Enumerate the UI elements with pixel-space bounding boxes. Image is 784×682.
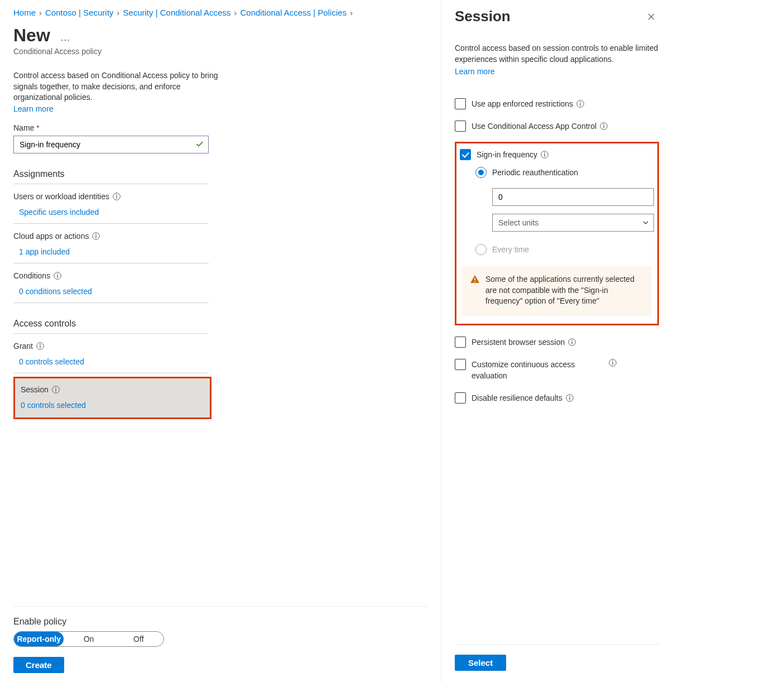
periodic-label: Periodic reauthentication: [492, 168, 578, 177]
warning-icon: [470, 274, 480, 307]
intro-text: Control access based on Conditional Acce…: [13, 70, 220, 103]
session-item[interactable]: Session 0 controls selected: [13, 377, 211, 419]
users-value[interactable]: Specific users included: [13, 208, 209, 217]
breadcrumb-security[interactable]: Security | Conditional Access: [123, 8, 230, 17]
info-icon[interactable]: [609, 359, 617, 367]
svg-rect-14: [55, 389, 56, 392]
learn-more-link[interactable]: Learn more: [13, 104, 427, 113]
svg-rect-24: [474, 278, 475, 281]
apps-label: Cloud apps or actions: [13, 232, 89, 241]
svg-point-1: [116, 194, 117, 195]
svg-rect-34: [569, 397, 570, 400]
users-label: Users or workload identities: [13, 192, 109, 201]
svg-rect-28: [572, 342, 573, 344]
resilience-checkbox[interactable]: [455, 392, 466, 404]
access-controls-heading: Access controls: [13, 319, 209, 334]
close-icon[interactable]: [643, 12, 659, 22]
grant-value[interactable]: 0 controls selected: [13, 357, 209, 366]
breadcrumb-home[interactable]: Home: [13, 8, 36, 17]
info-icon[interactable]: [36, 342, 44, 350]
svg-rect-23: [544, 154, 545, 157]
info-icon[interactable]: [52, 386, 60, 393]
persistent-browser-label: Persistent browser session: [472, 337, 565, 348]
every-time-label: Every time: [492, 245, 529, 254]
conditions-label: Conditions: [13, 271, 50, 280]
app-enforced-label: Use app enforced restrictions: [472, 98, 573, 109]
cae-label: Customize continuous access evaluation: [472, 359, 605, 381]
every-time-radio[interactable]: [475, 244, 487, 255]
svg-point-30: [612, 361, 613, 362]
svg-point-7: [57, 273, 58, 275]
page-subtitle: Conditional Access policy: [13, 47, 427, 56]
info-icon[interactable]: [568, 338, 576, 346]
svg-point-27: [571, 340, 573, 341]
svg-point-4: [96, 234, 97, 235]
panel-title: Session: [455, 8, 511, 25]
panel-intro: Control access based on session controls…: [455, 43, 659, 65]
panel-learn-more-link[interactable]: Learn more: [455, 67, 659, 76]
apps-value[interactable]: 1 app included: [13, 247, 209, 256]
svg-point-16: [580, 102, 581, 103]
info-icon[interactable]: [576, 100, 584, 108]
enable-report-only[interactable]: Report-only: [14, 632, 64, 646]
svg-rect-11: [40, 345, 40, 348]
info-icon[interactable]: [54, 272, 61, 280]
signin-frequency-section: Sign-in frequency Periodic reauthenticat…: [455, 142, 659, 325]
grant-label: Grant: [13, 342, 33, 350]
cae-checkbox[interactable]: [455, 359, 466, 370]
persistent-browser-checkbox[interactable]: [455, 337, 466, 348]
apps-item[interactable]: Cloud apps or actions 1 app included: [13, 224, 209, 263]
svg-rect-5: [96, 236, 97, 238]
chevron-right-icon: ›: [117, 8, 119, 17]
frequency-value-input[interactable]: [492, 188, 654, 206]
svg-point-33: [569, 396, 570, 397]
page-title: New: [13, 25, 50, 46]
enable-policy-label: Enable policy: [13, 617, 427, 627]
signin-frequency-label: Sign-in frequency: [477, 149, 537, 160]
enable-off[interactable]: Off: [114, 632, 163, 646]
ca-app-control-checkbox[interactable]: [455, 121, 466, 132]
conditions-item[interactable]: Conditions 0 conditions selected: [13, 263, 209, 303]
info-icon[interactable]: [600, 122, 608, 130]
name-label: Name *: [13, 123, 427, 132]
breadcrumb-ca-policies[interactable]: Conditional Access | Policies: [240, 8, 347, 17]
signin-frequency-checkbox[interactable]: [460, 149, 471, 160]
chevron-right-icon: ›: [350, 8, 353, 17]
session-value[interactable]: 0 controls selected: [21, 401, 204, 410]
enable-policy-toggle[interactable]: Report-only On Off: [13, 631, 164, 647]
name-input[interactable]: [13, 136, 209, 153]
breadcrumb: Home › Contoso | Security › Security | C…: [13, 8, 427, 17]
checkmark-icon: [195, 140, 204, 148]
warning-box: Some of the applications currently selec…: [462, 266, 652, 316]
chevron-right-icon: ›: [234, 8, 237, 17]
resilience-label: Disable resilience defaults: [472, 392, 562, 404]
app-enforced-checkbox[interactable]: [455, 98, 466, 109]
conditions-value[interactable]: 0 conditions selected: [13, 287, 209, 296]
assignments-heading: Assignments: [13, 169, 209, 184]
units-placeholder: Select units: [498, 218, 538, 227]
svg-rect-20: [603, 126, 604, 128]
ca-app-control-label: Use Conditional Access App Control: [472, 121, 597, 132]
breadcrumb-contoso[interactable]: Contoso | Security: [45, 8, 113, 17]
info-icon[interactable]: [92, 232, 100, 240]
units-select[interactable]: Select units: [492, 214, 654, 232]
grant-item[interactable]: Grant 0 controls selected: [13, 334, 209, 373]
info-icon[interactable]: [566, 394, 574, 402]
svg-rect-8: [57, 275, 57, 278]
svg-rect-17: [580, 103, 580, 106]
select-button[interactable]: Select: [455, 655, 506, 671]
chevron-right-icon: ›: [39, 8, 42, 17]
info-icon[interactable]: [113, 193, 121, 200]
svg-rect-2: [116, 196, 117, 199]
svg-point-22: [544, 152, 545, 153]
chevron-down-icon: [642, 219, 650, 227]
more-icon[interactable]: …: [60, 32, 70, 44]
users-item[interactable]: Users or workload identities Specific us…: [13, 184, 209, 224]
create-button[interactable]: Create: [13, 657, 64, 673]
svg-point-19: [603, 124, 604, 125]
session-label: Session: [21, 385, 49, 394]
enable-on[interactable]: On: [64, 632, 113, 646]
svg-point-13: [55, 387, 56, 388]
periodic-radio[interactable]: [475, 167, 487, 178]
info-icon[interactable]: [541, 151, 549, 159]
